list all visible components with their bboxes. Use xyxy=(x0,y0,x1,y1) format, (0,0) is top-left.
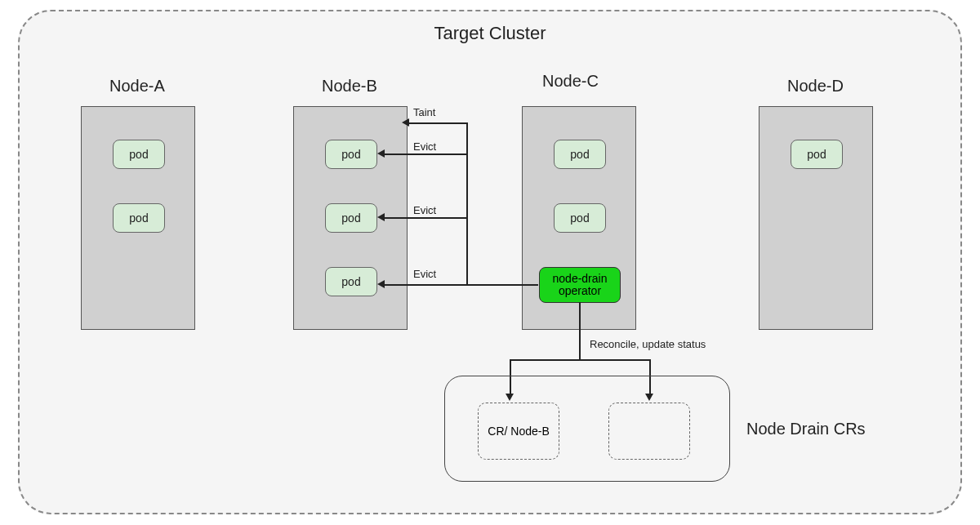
node-c-box: pod pod node-drain operator xyxy=(522,106,636,330)
evict1-arrowhead xyxy=(377,149,385,158)
evict2-label: Evict xyxy=(413,204,436,216)
node-b-pod-3: pod xyxy=(325,267,377,296)
node-a-pod-2: pod xyxy=(113,203,165,233)
node-d-label: Node-D xyxy=(787,77,844,96)
node-b-pod-2: pod xyxy=(325,203,377,233)
evict1-label: Evict xyxy=(413,140,436,153)
taint-arrowhead xyxy=(402,118,409,127)
node-c-pod-2: pod xyxy=(554,203,606,233)
node-drain-crs-label: Node Drain CRs xyxy=(746,420,866,438)
node-drain-operator: node-drain operator xyxy=(539,267,621,303)
node-a-box: pod pod xyxy=(81,106,195,330)
node-d-pod-1: pod xyxy=(791,140,843,169)
node-c-pod-1: pod xyxy=(554,140,606,169)
evict2-line-h xyxy=(384,217,467,219)
node-b-label: Node-B xyxy=(322,77,377,96)
reconcile-vline xyxy=(579,302,581,359)
taint-label: Taint xyxy=(413,106,435,118)
node-a-pod-1: pod xyxy=(113,140,165,169)
cr-empty-box xyxy=(608,403,690,460)
target-cluster-container: Target Cluster Node-A Node-B Node-C Node… xyxy=(18,10,962,514)
evict1-line-h xyxy=(384,153,467,155)
evict2-arrowhead xyxy=(377,213,385,221)
reconcile-label: Reconcile, update status xyxy=(590,338,706,350)
node-a-label: Node-A xyxy=(109,77,165,96)
evict3-arrowhead xyxy=(377,280,385,288)
node-b-pod-1: pod xyxy=(325,140,377,169)
trunk-vline xyxy=(466,122,468,285)
node-drain-crs-container: CR/ Node-B xyxy=(444,376,730,482)
cluster-title: Target Cluster xyxy=(20,23,960,44)
taint-line-h xyxy=(408,122,467,124)
evict3-line-h xyxy=(384,284,538,286)
cr-node-b-box: CR/ Node-B xyxy=(478,403,559,460)
evict3-label: Evict xyxy=(413,268,436,280)
node-c-label: Node-C xyxy=(542,72,599,91)
node-d-box: pod xyxy=(759,106,873,330)
reconcile-branch-h xyxy=(510,359,650,361)
